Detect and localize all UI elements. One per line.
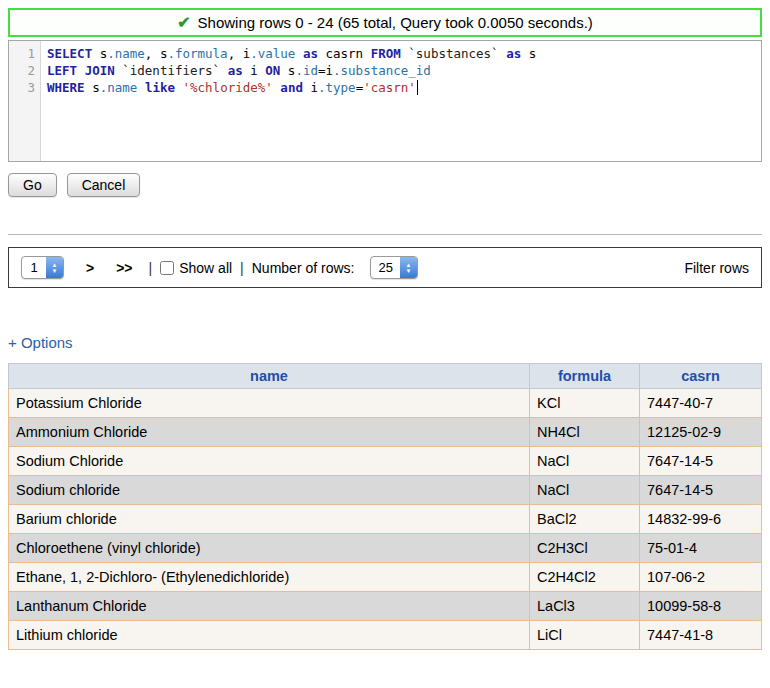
cell-name: Lithium chloride [9,621,530,650]
query-actions: Go Cancel [8,173,762,197]
cell-casrn: 12125-02-9 [640,418,762,447]
cell-casrn: 75-01-4 [640,534,762,563]
cell-name: Barium chloride [9,505,530,534]
table-row[interactable]: Chloroethene (vinyl chloride)C2H3Cl75-01… [9,534,762,563]
sql-line: SELECT s.name, s.formula, i.value as cas… [47,45,761,62]
cell-name: Sodium chloride [9,476,530,505]
show-all-checkbox[interactable] [160,261,174,275]
page-select[interactable]: 1 ▲▼ [21,256,64,279]
cell-casrn: 7647-14-5 [640,476,762,505]
cell-formula: NaCl [530,447,640,476]
sql-gutter: 123 [9,41,41,161]
results-tbody: Potassium ChlorideKCl7447-40-7Ammonium C… [9,389,762,650]
show-all-control[interactable]: Show all [160,260,232,276]
cell-casrn: 7647-14-5 [640,447,762,476]
table-row[interactable]: Ethane, 1, 2-Dichloro- (Ethylenedichlori… [9,563,762,592]
cell-casrn: 7447-41-8 [640,621,762,650]
cell-name: Lanthanum Chloride [9,592,530,621]
cell-name: Sodium Chloride [9,447,530,476]
options-toggle-link[interactable]: + Options [8,334,73,351]
table-row[interactable]: Lithium chlorideLiCl7447-41-8 [9,621,762,650]
pipe-separator: | [149,260,153,276]
sql-line: WHERE s.name like '%chloride%' and i.typ… [47,79,761,96]
next-page-button[interactable]: > [86,260,94,276]
cell-name: Ammonium Chloride [9,418,530,447]
last-page-button[interactable]: >> [116,260,132,276]
table-row[interactable]: Barium chlorideBaCl214832-99-6 [9,505,762,534]
num-rows-label: Number of rows: [252,260,355,276]
table-row[interactable]: Sodium ChlorideNaCl7647-14-5 [9,447,762,476]
go-button[interactable]: Go [8,173,57,197]
rows-select-value: 25 [371,257,399,278]
rows-per-page-select[interactable]: 25 ▲▼ [370,256,417,279]
line-number: 2 [9,62,35,79]
table-header-row: name formula casrn [9,364,762,389]
table-row[interactable]: Ammonium ChlorideNH4Cl12125-02-9 [9,418,762,447]
results-table: name formula casrn Potassium ChlorideKCl… [8,363,762,650]
pipe-separator: | [240,260,244,276]
cell-name: Ethane, 1, 2-Dichloro- (Ethylenedichlori… [9,563,530,592]
cancel-button[interactable]: Cancel [67,173,141,197]
cell-casrn: 10099-58-8 [640,592,762,621]
cell-casrn: 7447-40-7 [640,389,762,418]
status-message: ✔ Showing rows 0 - 24 (65 total, Query t… [8,8,762,37]
column-header-formula[interactable]: formula [530,364,640,389]
cell-formula: NaCl [530,476,640,505]
line-number: 1 [9,45,35,62]
table-row[interactable]: Potassium ChlorideKCl7447-40-7 [9,389,762,418]
column-header-name[interactable]: name [9,364,530,389]
show-all-label: Show all [179,260,232,276]
page-select-value: 1 [22,257,46,278]
separator [8,234,762,235]
cell-formula: NH4Cl [530,418,640,447]
table-row[interactable]: Sodium chlorideNaCl7647-14-5 [9,476,762,505]
status-text: Showing rows 0 - 24 (65 total, Query too… [198,14,593,31]
cell-formula: KCl [530,389,640,418]
cell-formula: C2H4Cl2 [530,563,640,592]
cell-formula: LiCl [530,621,640,650]
select-stepper-icon: ▲▼ [46,257,63,278]
sql-line: LEFT JOIN `identifiers` as i ON s.id=i.s… [47,62,761,79]
cell-name: Chloroethene (vinyl chloride) [9,534,530,563]
filter-rows-label: Filter rows [664,260,749,276]
cell-casrn: 14832-99-6 [640,505,762,534]
sql-code[interactable]: SELECT s.name, s.formula, i.value as cas… [41,41,761,161]
pagination-bar: 1 ▲▼ > >> | Show all | Number of rows: 2… [8,247,762,288]
table-row[interactable]: Lanthanum ChlorideLaCl310099-58-8 [9,592,762,621]
cell-formula: LaCl3 [530,592,640,621]
cell-name: Potassium Chloride [9,389,530,418]
success-check-icon: ✔ [177,13,190,32]
cell-casrn: 107-06-2 [640,563,762,592]
page: ✔ Showing rows 0 - 24 (65 total, Query t… [0,0,770,658]
sql-editor[interactable]: 123 SELECT s.name, s.formula, i.value as… [8,40,762,162]
cell-formula: C2H3Cl [530,534,640,563]
select-stepper-icon: ▲▼ [400,257,417,278]
line-number: 3 [9,79,35,96]
cell-formula: BaCl2 [530,505,640,534]
column-header-casrn[interactable]: casrn [640,364,762,389]
